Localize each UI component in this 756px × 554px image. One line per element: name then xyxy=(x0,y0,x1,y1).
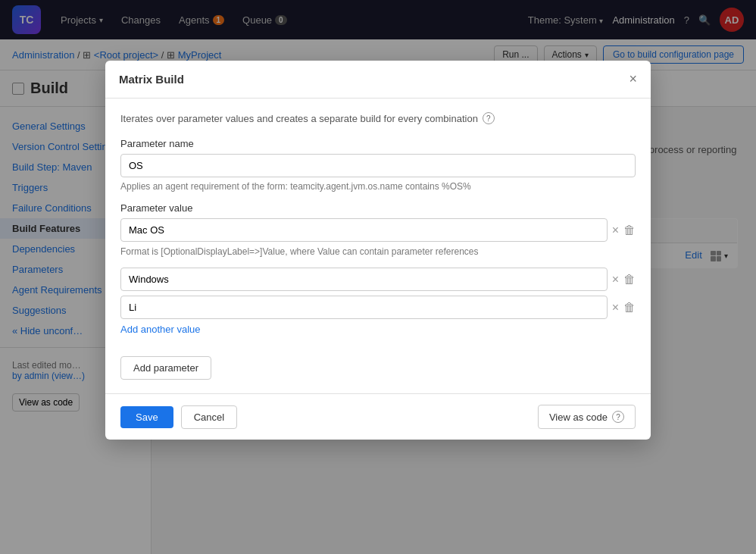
param-value-row-0: × 🗑 xyxy=(120,218,636,242)
param-value-row-2: × 🗑 xyxy=(120,296,636,319)
clear-value-0-button[interactable]: × xyxy=(612,224,619,237)
modal-body: Iterates over parameter values and creat… xyxy=(105,99,651,393)
modal-desc: Iterates over parameter values and creat… xyxy=(120,112,636,124)
save-button[interactable]: Save xyxy=(120,406,173,428)
param-name-hint: Applies an agent requirement of the form… xyxy=(120,181,636,192)
add-parameter-group: Add parameter xyxy=(120,356,636,380)
add-parameter-button[interactable]: Add parameter xyxy=(120,356,211,380)
param-value-group: Parameter value × 🗑 Format is [OptionalD… xyxy=(120,202,636,346)
param-value-input-1[interactable] xyxy=(120,268,608,291)
param-value-hint: Format is [OptionalDisplayLabel=>]Value,… xyxy=(120,246,636,257)
modal-matrix-build: Matrix Build × Iterates over parameter v… xyxy=(105,61,651,440)
param-value-input-0[interactable] xyxy=(120,218,608,242)
modal-close-button[interactable]: × xyxy=(629,71,637,87)
modal-title: Matrix Build xyxy=(119,73,184,86)
add-another-value-link[interactable]: Add another value xyxy=(120,324,201,335)
clear-value-2-button[interactable]: × xyxy=(612,301,619,315)
cancel-button[interactable]: Cancel xyxy=(181,405,237,429)
view-as-code-button[interactable]: View as code ? xyxy=(538,405,636,429)
view-code-help-icon[interactable]: ? xyxy=(612,411,624,423)
delete-value-1-button[interactable]: 🗑 xyxy=(623,273,636,286)
param-name-input[interactable] xyxy=(120,154,636,177)
modal-header: Matrix Build × xyxy=(105,61,651,99)
delete-value-0-button[interactable]: 🗑 xyxy=(623,224,636,237)
clear-value-1-button[interactable]: × xyxy=(612,273,619,286)
modal-help-icon[interactable]: ? xyxy=(483,112,495,124)
modal-footer: Save Cancel View as code ? xyxy=(105,393,651,440)
param-name-label: Parameter name xyxy=(120,138,636,149)
delete-value-2-button[interactable]: 🗑 xyxy=(623,301,636,315)
param-value-row-1: × 🗑 xyxy=(120,268,636,291)
modal-overlay[interactable]: Matrix Build × Iterates over parameter v… xyxy=(0,0,756,554)
param-name-group: Parameter name Applies an agent requirem… xyxy=(120,138,636,192)
param-value-label: Parameter value xyxy=(120,202,636,214)
param-value-input-2[interactable] xyxy=(120,296,608,319)
